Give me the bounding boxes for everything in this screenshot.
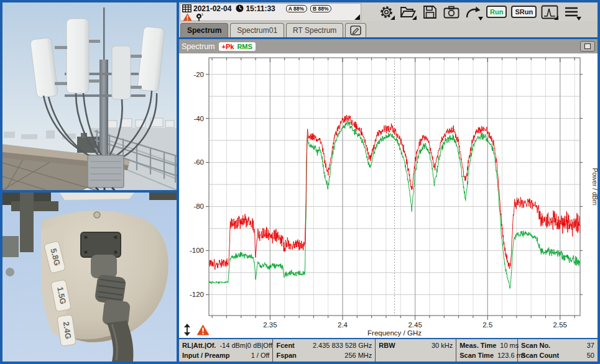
menu-button[interactable] [563,4,580,20]
y-axis-title: Power / dBm [591,168,598,205]
fspan-label: Fspan [276,350,296,360]
x-tick-label: 2.45 [408,321,422,329]
run-button[interactable]: Run [486,6,507,18]
status-group-level[interactable]: RL|Att.|Of.-14 dBm|0 dB|Off Input / Prea… [179,339,273,362]
top-toolbar: 2021-02-04 15:11:33 A 88% B 88% [179,2,598,21]
trace-peak-label: +Pk [222,43,234,50]
y-tick-label: -40 [193,115,204,122]
status-group-frequency[interactable]: Fcent2.435 833 528 GHz Fspan256 MHz [273,339,376,362]
open-file-button[interactable] [399,4,417,20]
antenna-connector-illustration: 5.8G 1.5G 2.4G [2,193,177,362]
toolbar-time: 15:11:33 [246,4,275,13]
save-button[interactable] [421,4,438,20]
rl-att-of-label: RL|Att.|Of. [182,340,216,350]
x-tick-label: 2.5 [482,321,492,329]
screenshot-button[interactable] [443,4,460,20]
warning-icon[interactable] [183,13,192,21]
tab-bar: Spectrum Spectrum01 RT Spectrum [179,21,598,37]
scan-count-label: Scan Count [521,350,559,360]
settings-dropdown-triangle[interactable] [390,16,395,20]
battery-b-indicator: B 88% [310,5,332,12]
maximize-icon [584,43,591,49]
meas-time-label: Meas. Time [459,340,496,350]
scan-count-value: 50 [587,350,594,360]
antenna-connector-photo: 5.8G 1.5G 2.4G [2,193,177,362]
analyzer-app-panel: 2021-02-04 15:11:33 A 88% B 88% [179,2,598,362]
tab-spectrum[interactable]: Spectrum [180,23,228,37]
fspan-value: 256 MHz [344,350,372,360]
calendar-icon [182,4,192,12]
toolbar-buttons: Run SRun [377,2,580,21]
maximize-button[interactable] [580,41,595,52]
battery-a-indicator: A 88% [286,5,307,12]
y-tick-label: -120 [190,291,204,298]
screenshot-root: 5.8G 1.5G 2.4G [0,0,600,364]
scan-no-label: Scan No. [521,340,550,350]
rooftop-antenna-illustration [2,2,177,190]
trace-rms-label: RMS [237,43,252,50]
trace-legend-badge[interactable]: +Pk RMS [219,42,256,51]
open-dropdown-triangle[interactable] [412,16,417,20]
scan-time-label: Scan Time [459,350,494,360]
input-preamp-value: 1 / Off [251,350,270,360]
screenshot-camera-icon [443,6,459,19]
redo-button[interactable] [464,4,482,20]
input-preamp-label: Input / Preamp [182,350,229,360]
y-tick-label: -100 [190,247,204,254]
tab-edit-button[interactable] [345,23,366,37]
toolbar-date: 2021-02-04 [193,4,231,13]
datetime-status-panel[interactable]: 2021-02-04 15:11:33 A 88% B 88% [180,3,361,21]
x-tick-label: 2.55 [553,321,567,329]
x-tick-label: 2.35 [263,321,277,329]
spectrum-chart-area: -20-40-60-80-100-1202.352.42.452.52.55Fr… [179,53,598,338]
vertical-resize-icon[interactable] [183,324,191,336]
edit-pencil-icon [350,25,361,35]
status-group-timing[interactable]: Meas. Time10 ms Scan Time123.6 ms [456,339,518,362]
spectrum-plot[interactable]: -20-40-60-80-100-1202.352.42.452.52.55Fr… [179,53,598,338]
status-group-scan[interactable]: Scan No.37 Scan Count50 [518,339,598,362]
display-config-button[interactable] [541,4,558,20]
y-tick-label: -20 [193,71,204,78]
rbw-label: RBW [379,340,395,350]
spectrum-window-titlebar: Spectrum +Pk RMS [179,39,598,53]
menu-icon [564,6,579,17]
redo-dropdown-triangle[interactable] [478,17,483,20]
tab-spectrum01[interactable]: Spectrum01 [230,23,284,37]
chart-corner-icons [183,324,210,336]
scan-no-value: 37 [587,340,594,350]
clock-icon [236,4,244,12]
y-tick-label: -60 [193,158,204,166]
single-run-button[interactable]: SRun [511,6,537,18]
status-group-bandwidth[interactable]: RBW30 kHz [376,339,456,362]
display-dropdown-triangle[interactable] [554,16,558,20]
rbw-value: 30 kHz [432,340,453,350]
x-axis-title: Frequency / GHz [367,329,422,337]
rl-att-of-value: -14 dBm|0 dB|Off [219,340,272,350]
chart-warning-icon[interactable] [196,324,210,335]
expand-status-triangle[interactable] [354,14,360,20]
gps-pin-icon[interactable] [195,13,204,22]
status-bar: RL|Att.|Of.-14 dBm|0 dB|Off Input / Prea… [179,339,598,362]
rooftop-antenna-photo [2,2,177,190]
window-title: Spectrum [182,42,215,51]
save-icon [423,5,437,19]
menu-dropdown-triangle[interactable] [576,17,581,20]
settings-button[interactable] [377,4,395,20]
fcent-label: Fcent [276,340,294,350]
y-tick-label: -80 [193,202,204,210]
fcent-value: 2.435 833 528 GHz [313,340,372,350]
tab-rt-spectrum[interactable]: RT Spectrum [286,23,343,37]
meas-time-value: 10 ms [500,340,519,350]
x-tick-label: 2.4 [338,321,348,329]
